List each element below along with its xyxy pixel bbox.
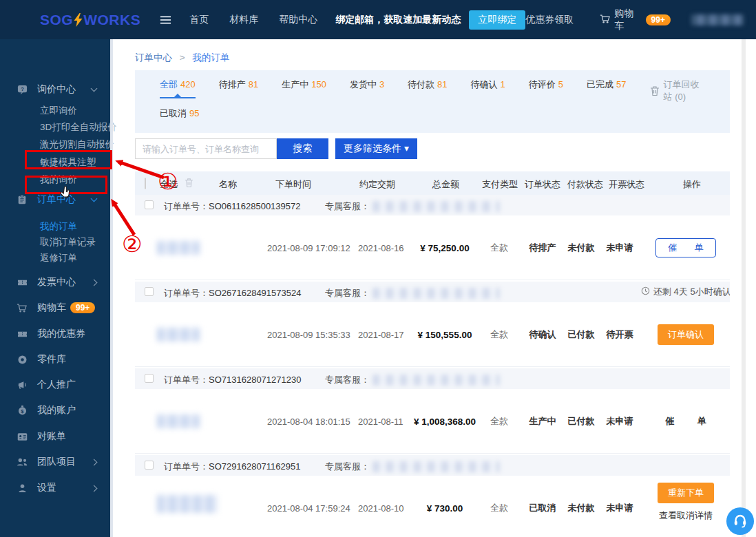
sidebar-item-my-inquiries[interactable]: 我的询价 [40, 173, 77, 186]
hamburger-menu-icon[interactable] [160, 15, 171, 25]
sidebar-item-label: 询价中心 [37, 83, 76, 96]
tab-all[interactable]: 全部420 [160, 78, 196, 98]
order-checkbox[interactable] [145, 287, 154, 296]
navbar-cart[interactable]: 购物车 99+ [600, 8, 671, 32]
dedicated-cs: 专属客服： [325, 287, 500, 299]
sidebar-item-inquiry-center[interactable]: ? 询价中心 [0, 81, 110, 98]
order-time: 2021-08-04 18:01:15 [267, 416, 350, 426]
bind-now-button[interactable]: 立即绑定 [469, 10, 525, 30]
view-cancel-details-link[interactable]: 查看取消详情 [642, 509, 730, 522]
sidebar-scrollbar[interactable] [110, 39, 113, 537]
sidebar-item-3d-print-quote[interactable]: 3D打印全自动报价 [40, 121, 117, 134]
order-checkbox[interactable] [145, 200, 154, 209]
nav-item-material-library[interactable]: 材料库 [229, 14, 258, 26]
sogaworks-logo[interactable]: SOG WORKS [40, 12, 140, 28]
nav-item-home[interactable]: 首页 [189, 14, 209, 26]
urge-order-button[interactable]: 催 单 [655, 238, 716, 257]
sidebar-item-my-orders[interactable]: 我的订单 [40, 220, 77, 233]
tab-pending-confirm[interactable]: 待确认1 [471, 78, 505, 97]
top-navbar: SOG WORKS 首页 材料库 帮助中心 绑定邮箱，获取速加最新动态 立即绑定… [0, 0, 756, 39]
order-search-input[interactable] [135, 138, 277, 159]
order-recycle-bin[interactable]: 订单回收站 (0) [650, 78, 705, 103]
headset-icon [732, 512, 748, 531]
tab-pending-payment[interactable]: 待付款81 [408, 78, 447, 97]
sidebar-item-team-projects[interactable]: 团队项目 [0, 453, 110, 471]
sidebar-item-label: 设置 [37, 482, 56, 494]
delete-selected-trash-icon[interactable] [185, 178, 193, 188]
sidebar-item-cancelled-orders[interactable]: 取消订单记录 [40, 236, 96, 249]
user-account-redacted[interactable] [691, 14, 744, 25]
sidebar-item-label: 零件库 [37, 353, 66, 366]
team-people-icon [17, 457, 28, 467]
select-all-checkbox[interactable] [145, 178, 146, 189]
orders-table-header: 全选 名称 下单时间 约定交期 总金额 支付类型 订单状态 付款状态 开票状态 … [135, 171, 730, 195]
breadcrumb-my-orders[interactable]: 我的订单 [192, 52, 229, 63]
search-button[interactable]: 搜索 [277, 138, 328, 159]
order-status: 待排产 [523, 242, 562, 254]
order-checkbox[interactable] [145, 461, 154, 470]
order-clipboard-icon [17, 194, 28, 205]
sidebar-item-my-coupons[interactable]: 我的优惠券 [0, 325, 110, 343]
inquiry-chat-icon: ? [17, 84, 28, 95]
breadcrumb-order-center[interactable]: 订单中心 [135, 52, 172, 63]
cart-icon [17, 303, 28, 313]
order-name-redacted [157, 328, 200, 341]
order-card-header: 订单单号：SO7291628071162951 专属客服： [135, 455, 730, 476]
sidebar-item-label: 对账单 [37, 430, 66, 443]
page-scrollbar[interactable] [742, 39, 746, 537]
sidebar-item-personal-promotion[interactable]: 个人推广 [0, 376, 110, 394]
col-delivery-date: 约定交期 [359, 178, 395, 191]
order-time: 2021-08-09 15:35:33 [267, 329, 350, 339]
tab-cancelled[interactable]: 已取消95 [160, 107, 199, 126]
order-card-body: 2021-08-09 15:35:33 2021-08-17 ¥ 150,555… [135, 302, 730, 366]
tab-pending-review[interactable]: 待评价5 [529, 78, 563, 97]
actions-cell: 催 单 [642, 238, 730, 257]
sidebar-item-agile-mold[interactable]: 敏捷模具注塑 [40, 156, 96, 169]
col-total-amount: 总金额 [432, 178, 459, 191]
breadcrumb: 订单中心 > 我的订单 [135, 39, 730, 64]
confirm-countdown: 还剩 4天 5小时确认订 [641, 282, 730, 302]
order-status: 已取消 [523, 502, 562, 514]
bind-email-promo-text: 绑定邮箱，获取速加最新动态 [335, 14, 461, 26]
sidebar-item-statements[interactable]: 对账单 [0, 428, 110, 445]
sidebar-item-laser-cut-quote[interactable]: 激光切割自动报价 [40, 138, 114, 151]
order-card-header: 订单单号：SO7131628071271230 专属客服： [135, 368, 730, 389]
order-name-redacted [157, 241, 200, 255]
sidebar-item-my-account[interactable]: $ 我的账户 [0, 401, 110, 419]
confirm-order-button[interactable]: 订单确认 [658, 324, 714, 345]
sidebar-item-inquire-now[interactable]: 立即询价 [40, 105, 77, 117]
order-card: 订单单号：SO2671628491573524 专属客服： 还剩 4天 5小时确… [135, 282, 730, 367]
sidebar-item-invoice-center[interactable]: 发票中心 [0, 273, 110, 291]
order-time: 2021-08-09 17:09:12 [267, 242, 350, 253]
tab-completed[interactable]: 已完成57 [587, 78, 626, 97]
more-filters-button[interactable]: 更多筛选条件 ▾ [335, 138, 417, 159]
order-status-tabs: 全部420 待排产81 生产中150 发货中3 待付款81 [135, 70, 730, 133]
pay-status: 已付款 [562, 415, 600, 428]
sidebar-item-label: 购物车 [37, 302, 66, 314]
sidebar-item-order-center[interactable]: 订单中心 [0, 191, 110, 209]
tab-pending-schedule[interactable]: 待排产81 [219, 78, 258, 97]
sidebar-item-repair-orders[interactable]: 返修订单 [40, 252, 77, 264]
sidebar-item-label: 个人推广 [37, 379, 76, 391]
logo-text-post: WORKS [83, 12, 140, 28]
total-amount: ¥ 75,250.00 [413, 242, 476, 253]
dedicated-cs: 专属客服： [325, 461, 500, 473]
select-all-label[interactable]: 全选 [160, 178, 178, 191]
sidebar-item-parts-library[interactable]: 零件库 [0, 350, 110, 368]
order-checkbox[interactable] [145, 374, 154, 383]
delivery-date: 2021-08-10 [358, 503, 404, 513]
nav-item-help-center[interactable]: 帮助中心 [279, 14, 317, 26]
sidebar-item-cart[interactable]: 购物车 99+ [0, 299, 110, 317]
tab-shipping[interactable]: 发货中3 [350, 78, 384, 97]
sidebar-item-label: 订单中心 [37, 193, 76, 206]
sidebar-item-label: 团队项目 [37, 456, 76, 468]
reorder-button[interactable]: 重新下单 [658, 483, 714, 503]
sidebar-nav: ? 询价中心 立即询价 3D打印全自动报价 激光切割自动报价 敏捷模具注塑 我的… [0, 39, 110, 537]
delivery-date: 2021-08-11 [358, 416, 403, 426]
tab-in-production[interactable]: 生产中150 [282, 78, 326, 97]
customer-service-button[interactable] [726, 507, 754, 535]
sidebar-item-settings[interactable]: 设置 [0, 479, 110, 497]
coupon-collect-link[interactable]: 优惠券领取 [525, 14, 574, 26]
chevron-right-icon [91, 459, 98, 466]
urge-order-link[interactable]: 催 单 [665, 416, 706, 426]
